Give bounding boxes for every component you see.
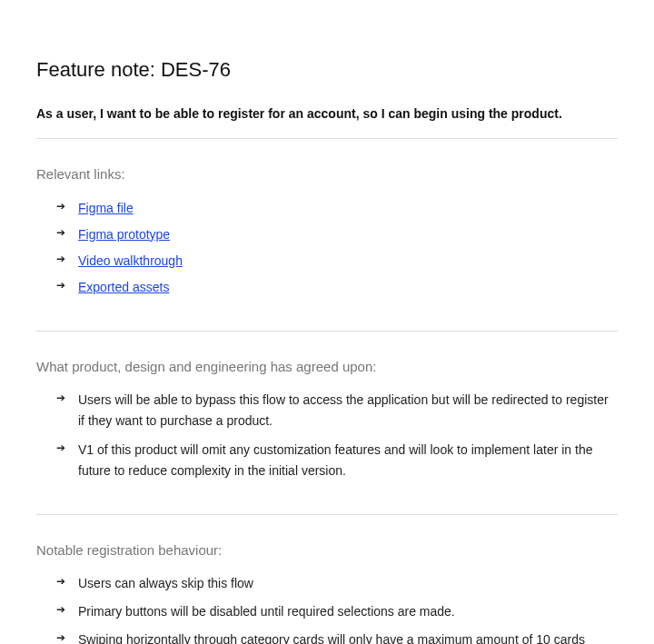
link-figma-file[interactable]: Figma file (78, 201, 134, 215)
link-figma-prototype[interactable]: Figma prototype (78, 227, 170, 242)
divider (36, 514, 618, 515)
list-item: V1 of this product will omit any customi… (62, 440, 618, 481)
section-heading-links: Relevant links: (36, 164, 618, 185)
list-item: Figma prototype (62, 224, 618, 245)
divider (36, 138, 618, 139)
list-item: Exported assets (62, 277, 618, 298)
user-story: As a user, I want to be able to register… (36, 104, 618, 124)
list-item: Figma file (62, 198, 618, 219)
link-exported-assets[interactable]: Exported assets (78, 280, 169, 294)
list-item: Primary buttons will be disabled until r… (62, 601, 618, 622)
list-item: Swiping horizontally through category ca… (62, 629, 618, 644)
page-title: Feature note: DES-76 (36, 54, 618, 84)
section-heading-agreement: What product, design and engineering has… (36, 357, 618, 378)
link-video-walkthrough[interactable]: Video walkthrough (78, 253, 183, 268)
links-list: Figma file Figma prototype Video walkthr… (36, 198, 618, 298)
list-item: Users will be able to bypass this flow t… (62, 390, 618, 431)
section-heading-behaviour: Notable registration behaviour: (36, 540, 618, 561)
divider (36, 331, 618, 332)
list-item: Users can always skip this flow (62, 573, 618, 594)
list-item: Video walkthrough (62, 251, 618, 272)
agreement-list: Users will be able to bypass this flow t… (36, 390, 618, 481)
behaviour-list: Users can always skip this flow Primary … (36, 573, 618, 644)
